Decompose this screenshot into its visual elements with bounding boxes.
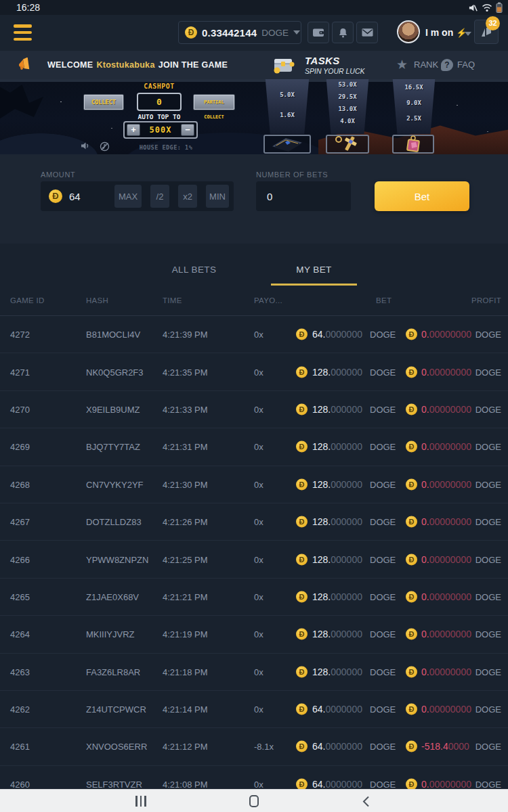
table-row[interactable]: 4265 Z1JAE0X68V 4:21:21 PM 0x Ð 128.0000… — [0, 579, 508, 616]
cell-profit-currency: DOGE — [475, 591, 501, 602]
half-button[interactable]: /2 — [150, 185, 169, 208]
cell-profit-currency: DOGE — [475, 704, 501, 715]
rank-link[interactable]: RANK — [414, 60, 438, 70]
cell-time: 4:21:25 PM — [163, 554, 208, 564]
tab-all-bets[interactable]: ALL BETS — [151, 265, 237, 286]
messages-button[interactable] — [356, 22, 378, 43]
sound-icon[interactable] — [81, 141, 90, 150]
doge-coin-icon: Ð — [296, 329, 308, 340]
cell-hash: MKIIIYJVRZ — [86, 629, 135, 639]
tab-my-bet[interactable]: MY BET — [271, 265, 357, 286]
table-row[interactable]: 4272 B81MOCLI4V 4:21:39 PM 0x Ð 64.00000… — [0, 316, 508, 353]
cell-bet-amount: 128.000000 — [312, 554, 362, 565]
user-menu[interactable]: I m on ⚡ — [425, 27, 467, 38]
home-button[interactable] — [249, 795, 259, 807]
double-button[interactable]: x2 — [178, 185, 197, 208]
cell-bet-currency: DOGE — [370, 629, 396, 639]
max-button[interactable]: MAX — [114, 185, 142, 208]
cell-bet-currency: DOGE — [370, 517, 396, 527]
faq-link[interactable]: FAQ — [457, 60, 475, 70]
amount-input[interactable] — [69, 191, 106, 202]
doge-coin-icon: Ð — [296, 666, 308, 677]
table-row[interactable]: 4261 XNVOOS6ERR 4:21:12 PM -8.1x Ð 64.00… — [0, 728, 508, 765]
cell-game-id: 4266 — [10, 554, 30, 564]
cell-profit-amount: 0.00000000 — [421, 667, 471, 677]
table-row[interactable]: 4267 DOTZLLDZ83 4:21:26 PM 0x Ð 128.0000… — [0, 503, 508, 541]
notifications-button[interactable] — [332, 22, 354, 43]
multiplier-label: 2.5X — [406, 115, 421, 122]
item-slot-amulet[interactable] — [392, 135, 434, 154]
cell-game-id: 4262 — [10, 704, 30, 715]
cell-profit-currency: DOGE — [475, 629, 501, 639]
table-row[interactable]: 4263 FA3Z6LR8AR 4:21:18 PM 0x Ð 128.0000… — [0, 654, 508, 691]
table-row[interactable]: 4270 X9EILB9UMZ 4:21:33 PM 0x Ð 128.0000… — [0, 391, 508, 428]
tower-2-multipliers: 53.0X29.5X13.0X4.0X — [324, 79, 371, 125]
plant-silhouette — [0, 85, 43, 125]
cell-time: 4:21:14 PM — [163, 704, 208, 715]
number-of-bets-label: NUMBER OF BETS — [256, 171, 328, 179]
welcome-prefix: WELCOME — [47, 60, 93, 70]
min-button[interactable]: MIN — [206, 185, 229, 208]
cell-payout: 0x — [254, 367, 263, 377]
table-row[interactable]: 4262 Z14UTCPWCR 4:21:14 PM 0x Ð 64.00000… — [0, 691, 508, 728]
cell-bet-amount: 128.000000 — [312, 367, 362, 378]
minus-button[interactable]: − — [181, 124, 194, 136]
table-row[interactable]: 4260 SELF3RTVZR 4:21:08 PM 0x Ð 64.00000… — [0, 766, 508, 789]
cell-profit-amount: 0.00000000 — [421, 516, 471, 527]
cell-game-id: 4268 — [10, 479, 30, 489]
cell-hash: FA3Z6LR8AR — [86, 667, 140, 677]
cell-game-id: 4263 — [10, 667, 30, 677]
table-row[interactable]: 4266 YPWW8ZNPZN 4:21:25 PM 0x Ð 128.0000… — [0, 541, 508, 578]
cell-hash: X9EILB9UMZ — [86, 404, 140, 414]
cell-bet-currency: DOGE — [370, 704, 396, 715]
cell-payout: 0x — [254, 442, 263, 452]
cell-profit-currency: DOGE — [475, 367, 501, 377]
recents-button[interactable] — [135, 796, 146, 807]
cell-payout: 0x — [254, 704, 263, 715]
bell-icon — [337, 27, 349, 39]
envelope-icon — [362, 28, 373, 37]
cell-profit-currency: DOGE — [475, 442, 501, 452]
cell-profit-amount: 0.00000000 — [421, 367, 471, 378]
table-row[interactable]: 4271 NK0Q5GR2F3 4:21:35 PM 0x Ð 128.0000… — [0, 353, 508, 390]
welcome-message: WELCOME Ktostukabuka JOIN THE GAME — [47, 51, 228, 79]
menu-icon[interactable] — [14, 24, 32, 41]
chat-badge: 32 — [486, 16, 500, 30]
item-slot-cross[interactable] — [326, 135, 369, 154]
cell-profit-currency: DOGE — [475, 517, 501, 527]
doge-coin-icon: Ð — [296, 403, 308, 415]
cell-payout: 0x — [254, 591, 263, 602]
table-row[interactable]: 4269 BJQ7TY7TAZ 4:21:31 PM 0x Ð 128.0000… — [0, 428, 508, 466]
bet-button[interactable]: Bet — [375, 181, 469, 211]
number-of-bets-input[interactable] — [267, 191, 340, 202]
music-off-icon[interactable] — [100, 141, 110, 152]
avatar[interactable] — [397, 20, 420, 43]
cell-profit-currency: DOGE — [475, 667, 501, 677]
doge-coin-icon: Ð — [49, 189, 62, 203]
table-row[interactable]: 4268 CN7VYKY2YF 4:21:30 PM 0x Ð 128.0000… — [0, 466, 508, 503]
doge-coin-icon: Ð — [296, 591, 308, 602]
col-profit: PROFIT — [471, 296, 501, 304]
chevron-down-icon[interactable] — [465, 32, 471, 36]
cell-profit-currency: DOGE — [475, 779, 501, 789]
col-hash: HASH — [86, 296, 108, 304]
table-row[interactable]: 4264 MKIIIYJVRZ 4:21:19 PM 0x Ð 128.0000… — [0, 616, 508, 653]
cell-profit-amount: 0.00000000 — [421, 779, 471, 789]
doge-coin-icon: Ð — [296, 366, 308, 378]
status-bar: 16:28 — [0, 0, 508, 15]
treasure-chest-icon[interactable] — [271, 54, 297, 76]
doge-coin-icon: Ð — [296, 778, 308, 789]
cell-hash: YPWW8ZNPZN — [86, 554, 148, 564]
cell-time: 4:21:35 PM — [163, 367, 208, 377]
wallet-icon — [312, 27, 324, 38]
wallet-button[interactable] — [308, 22, 329, 43]
multiplier-label: 53.0X — [338, 81, 356, 88]
item-slot-book[interactable] — [263, 135, 311, 154]
tasks-title[interactable]: TASKS — [305, 55, 340, 66]
balance-dropdown[interactable]: Ð 0.33442144 DOGE — [178, 21, 301, 44]
collect-button[interactable]: COLLECT — [83, 94, 124, 110]
table-rows: 4272 B81MOCLI4V 4:21:39 PM 0x Ð 64.00000… — [0, 316, 508, 789]
partial-collect-button[interactable]: PARTIAL COLLECT — [193, 94, 235, 110]
cell-time: 4:21:08 PM — [163, 779, 208, 789]
back-button[interactable] — [362, 796, 370, 807]
